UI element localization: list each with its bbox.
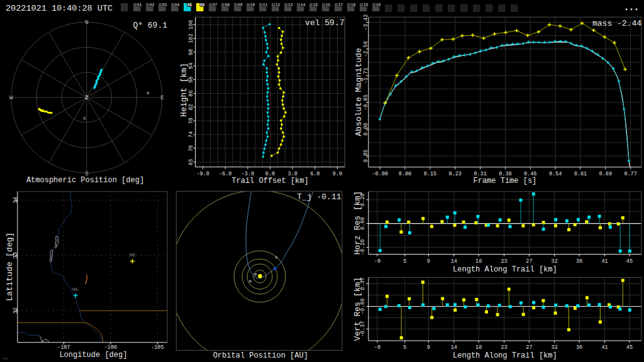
- svg-text:90: 90: [188, 77, 194, 83]
- svg-text:0.61: 0.61: [574, 171, 587, 177]
- svg-text:-0.00: -0.00: [372, 171, 388, 177]
- svg-text:Latitude [deg]: Latitude [deg]: [5, 233, 14, 301]
- svg-text:-105: -105: [151, 344, 164, 351]
- svg-text:106: 106: [188, 20, 194, 30]
- svg-text:6.0: 6.0: [310, 171, 319, 177]
- svg-text:Atmospheric Position [deg]: Atmospheric Position [deg]: [26, 176, 144, 185]
- svg-text:9: 9: [427, 258, 430, 265]
- svg-text:Trail Offset [km]: Trail Offset [km]: [231, 177, 308, 185]
- svg-text:-2.56: -2.56: [363, 41, 369, 57]
- svg-text:32: 32: [13, 307, 19, 314]
- svg-text:9: 9: [427, 344, 430, 351]
- svg-text:03: 03: [162, 3, 167, 8]
- svg-text:14: 14: [301, 3, 306, 8]
- svg-text:-0: -0: [374, 258, 380, 265]
- svg-text:02: 02: [150, 3, 155, 8]
- svg-text:vel 59.7: vel 59.7: [305, 18, 344, 28]
- svg-text:20221021 10:40:28 UTC: 20221021 10:40:28 UTC: [6, 4, 113, 13]
- svg-text:08: 08: [225, 3, 230, 8]
- svg-text:27: 27: [526, 258, 532, 265]
- svg-text:-9.0: -9.0: [196, 171, 209, 177]
- svg-text:19: 19: [364, 3, 369, 8]
- svg-text:N: N: [85, 19, 89, 26]
- svg-text:0.15: 0.15: [424, 171, 436, 177]
- svg-text:34: 34: [13, 197, 19, 203]
- svg-text:-106: -106: [104, 344, 117, 351]
- svg-text:86: 86: [188, 90, 194, 96]
- svg-text:T_j -0.11: T_j -0.11: [297, 192, 341, 202]
- svg-text:74: 74: [188, 131, 194, 138]
- svg-text:15: 15: [313, 3, 318, 8]
- svg-text:94: 94: [188, 63, 194, 69]
- svg-text:5: 5: [403, 344, 406, 351]
- svg-text:R: R: [83, 117, 86, 121]
- svg-text:Height [km]: Height [km]: [179, 63, 189, 117]
- svg-text:0.08: 0.08: [399, 171, 411, 177]
- svg-text:0.85: 0.85: [363, 150, 369, 162]
- svg-text:98: 98: [188, 49, 194, 55]
- svg-text:0.00: 0.00: [363, 123, 369, 135]
- svg-text:0.69: 0.69: [599, 171, 612, 177]
- svg-text:9.0: 9.0: [333, 171, 342, 177]
- svg-text:-0.85: -0.85: [363, 94, 369, 111]
- svg-text:mass -2.44: mass -2.44: [592, 19, 641, 28]
- svg-text:10: 10: [250, 3, 255, 8]
- svg-text:18: 18: [475, 258, 482, 265]
- svg-text:23: 23: [501, 258, 507, 265]
- svg-text:14: 14: [451, 258, 457, 265]
- svg-text:Length Along Trail [km]: Length Along Trail [km]: [453, 265, 557, 274]
- svg-text:05: 05: [72, 287, 79, 292]
- svg-text:41: 41: [601, 258, 608, 265]
- svg-text:-6.0: -6.0: [219, 171, 231, 177]
- svg-text:102: 102: [188, 33, 194, 43]
- svg-text:20: 20: [376, 3, 381, 8]
- svg-text:-3.42: -3.42: [363, 14, 369, 31]
- svg-text:0.77: 0.77: [624, 171, 636, 177]
- svg-text:Orbital Position [AU]: Orbital Position [AU]: [213, 351, 308, 360]
- svg-text:65: 65: [188, 159, 194, 165]
- svg-text:27: 27: [526, 344, 532, 351]
- svg-text:-1.71: -1.71: [363, 68, 369, 84]
- svg-text:Length Along Trail [km]: Length Along Trail [km]: [453, 351, 557, 360]
- svg-text:14: 14: [451, 344, 457, 351]
- svg-text:45: 45: [626, 258, 633, 265]
- svg-text:45: 45: [626, 344, 633, 351]
- svg-text:06: 06: [200, 3, 205, 8]
- svg-text:23: 23: [501, 344, 507, 351]
- svg-text:-107: -107: [57, 344, 70, 351]
- svg-text:Horz Res [km]: Horz Res [km]: [353, 191, 362, 255]
- svg-text:41: 41: [601, 344, 608, 351]
- svg-text:36: 36: [576, 258, 582, 265]
- svg-text:Vert Res [km]: Vert Res [km]: [353, 277, 362, 341]
- svg-text:raw: raw: [3, 357, 8, 360]
- svg-text:11: 11: [263, 3, 268, 8]
- svg-text:E: E: [160, 94, 164, 101]
- svg-text:Q* 69.1: Q* 69.1: [133, 21, 167, 30]
- svg-text:Longitude [deg]: Longitude [deg]: [59, 351, 127, 359]
- svg-text:13: 13: [288, 3, 293, 8]
- svg-text:06: 06: [129, 252, 135, 258]
- svg-text:M: M: [147, 92, 149, 96]
- svg-text:01: 01: [137, 3, 142, 8]
- svg-text:-0: -0: [374, 344, 380, 351]
- svg-text:05: 05: [187, 3, 192, 8]
- svg-text:18: 18: [475, 344, 482, 351]
- svg-text:16: 16: [326, 3, 331, 8]
- svg-text:0.23: 0.23: [448, 171, 461, 177]
- svg-text:18: 18: [351, 3, 356, 8]
- svg-text:Frame Time [s]: Frame Time [s]: [473, 177, 536, 185]
- svg-text:82: 82: [188, 104, 194, 110]
- svg-text:36: 36: [576, 344, 582, 351]
- svg-text:78: 78: [188, 118, 194, 124]
- svg-text:04: 04: [175, 3, 180, 8]
- svg-text:32: 32: [552, 258, 558, 265]
- svg-text:5: 5: [403, 258, 406, 265]
- svg-text:0.54: 0.54: [549, 171, 562, 177]
- svg-text:W: W: [9, 94, 13, 101]
- svg-text:32: 32: [552, 344, 558, 351]
- svg-text:07: 07: [213, 3, 218, 8]
- svg-text:70: 70: [188, 145, 194, 151]
- svg-text:Absolute Magnitude: Absolute Magnitude: [354, 48, 364, 136]
- svg-text:Z: Z: [85, 95, 89, 101]
- svg-text:09: 09: [238, 3, 243, 8]
